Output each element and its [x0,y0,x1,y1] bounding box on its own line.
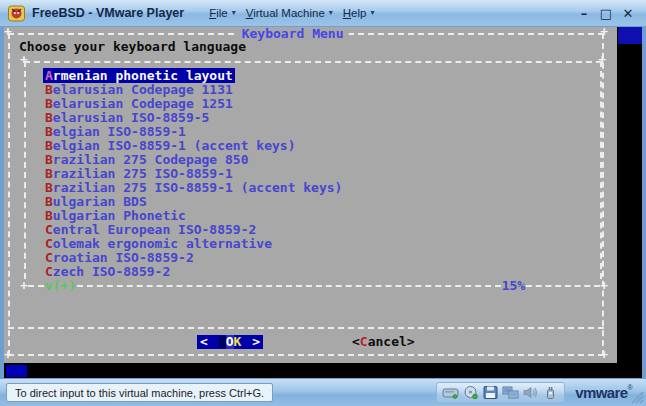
dialog-heading: Choose your keyboard language [19,40,246,54]
menu-virtual-machine-label: Virtual Machine [246,7,325,19]
vmware-logo-text: vmware [575,384,627,401]
cancel-bracket-right: > [407,334,415,349]
menu-virtual-machine[interactable]: Virtual Machine ▾ [243,5,336,21]
titlebar: FreeBSD - VMware Player File ▾ Virtual M… [0,0,646,27]
border-dashes [77,285,501,287]
border-corner: + [600,279,608,293]
scroll-percent: 15% [501,279,526,293]
text-cursor [6,365,27,377]
keyboard-menu-dialog: + + + + Keyboard Menu Choose your keyboa… [4,27,617,363]
border-corner: + [600,350,608,360]
border-corner: + [4,350,12,360]
keyboard-menu-list: Armenian phonetic layoutBelarusian Codep… [4,69,617,279]
menu-item[interactable]: Belarusian Codepage 1251 [4,97,617,111]
chevron-down-icon: ▾ [329,9,333,17]
console-edge-block [618,27,642,44]
menu-file-label: File [209,7,228,19]
menu-item[interactable]: Brazilian 275 ISO-8859-1 (accent keys) [4,181,617,195]
window-controls: – □ ✕ [576,6,646,21]
device-icon-tray [436,382,565,403]
vmware-player-window: FreeBSD - VMware Player File ▾ Virtual M… [0,0,646,406]
dialog-title: Keyboard Menu [237,27,349,41]
menu-item[interactable]: Armenian phonetic layout [4,69,617,83]
menu-help-label: Help [343,7,367,19]
cd-rom-icon[interactable] [462,385,479,400]
resize-grip[interactable] [630,390,644,404]
border-dashes [526,285,600,287]
border-corner: + [600,27,608,37]
menu-item[interactable]: Brazilian 275 Codepage 850 [4,153,617,167]
sound-icon[interactable] [522,385,539,400]
ok-label: O K [219,335,242,349]
menu-item[interactable]: Central European ISO-8859-2 [4,223,617,237]
ok-label-rest: K [234,335,242,349]
button-separator [8,327,604,329]
statusbar: To direct input to this virtual machine,… [0,378,646,406]
cancel-bracket-left: < [352,334,360,349]
chevron-down-icon: ▾ [370,9,374,17]
menu-item[interactable]: Belgian ISO-8859-1 [4,125,617,139]
menu-file[interactable]: File ▾ [206,5,239,21]
vm-console-screen[interactable]: + + + + Keyboard Menu Choose your keyboa… [4,27,642,378]
menu-item[interactable]: Croatian ISO-8859-2 [4,251,617,265]
chevron-down-icon: ▾ [232,9,236,17]
menu-item[interactable]: Belarusian ISO-8859-5 [4,111,617,125]
freebsd-vm-icon [8,5,25,22]
cancel-button[interactable]: <Cancel> [352,335,415,349]
ok-label-first: O [226,335,234,349]
menu-item[interactable]: Belgian ISO-8859-1 (accent keys) [4,139,617,153]
menu-item[interactable]: Bulgarian Phonetic [4,209,617,223]
window-title: FreeBSD - VMware Player [32,6,184,20]
floppy-icon[interactable] [482,385,499,400]
vmware-logo: vmware® [575,384,632,401]
menu-item[interactable]: Czech ISO-8859-2 [4,265,617,279]
button-cursor [219,336,226,348]
cancel-label: Cancel [360,334,407,349]
window-frame-right [642,27,646,378]
menu-bottom-border: + v(+) 15% + [20,279,608,293]
menu-item[interactable]: Bulgarian BDS [4,195,617,209]
button-row: < O K > <Cancel> [4,335,617,349]
ok-button[interactable]: < O K > [197,335,263,349]
ok-bracket-right: > [252,335,260,349]
border-corner: + [598,55,606,65]
usb-icon[interactable] [542,385,559,400]
maximize-button[interactable]: □ [598,6,614,21]
minimize-button[interactable]: – [576,6,592,21]
menu-item[interactable]: Colemak ergonomic alternative [4,237,617,251]
network-icon[interactable] [502,385,519,400]
scroll-more-indicator: v(+) [44,279,77,293]
border-corner: + [20,279,28,293]
hard-disk-icon[interactable] [442,385,459,400]
menu-item[interactable]: Belarusian Codepage 1131 [4,83,617,97]
menu-help[interactable]: Help ▾ [340,5,378,21]
menubar: File ▾ Virtual Machine ▾ Help ▾ [206,5,377,21]
border-corner: + [20,55,28,65]
menu-item[interactable]: Brazilian 275 ISO-8859-1 [4,167,617,181]
border-dashes [28,285,44,287]
ok-bracket-left: < [200,335,208,349]
border-corner: + [4,27,12,37]
input-hint-message: To direct input to this virtual machine,… [6,383,273,402]
close-button[interactable]: ✕ [620,6,636,21]
